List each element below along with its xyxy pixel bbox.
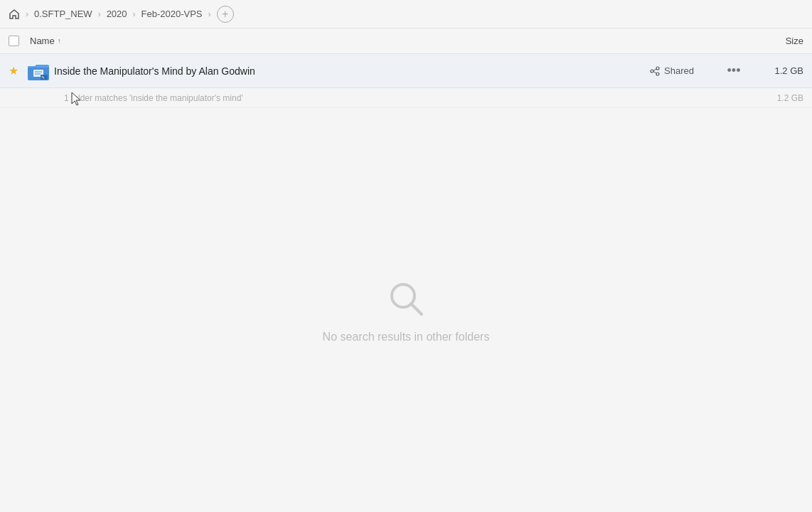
match-size: 1.2 GB [777,93,803,103]
star-icon[interactable]: ★ [9,64,26,78]
separator-4: › [208,9,211,19]
svg-point-8 [656,73,659,75]
share-icon [650,66,660,76]
match-text: 1 folder matches 'inside the manipulator… [64,93,777,103]
sort-arrow: ↑ [58,37,61,45]
svg-line-12 [411,304,422,314]
breadcrumb-bar: › 0.SFTP_NEW › 2020 › Feb-2020-VPS › + [0,0,812,28]
home-button[interactable] [9,9,20,20]
svg-point-7 [651,70,653,73]
size-column-header: Size [747,36,803,46]
breadcrumb-item-feb[interactable]: Feb-2020-VPS [139,7,205,21]
breadcrumb-item-sftp[interactable]: 0.SFTP_NEW [31,7,95,21]
no-results-area: No search results in other folders [0,108,812,512]
add-breadcrumb-button[interactable]: + [217,6,234,23]
name-label: Name [30,36,55,46]
select-all-checkbox[interactable] [9,36,19,46]
svg-line-9 [653,69,656,71]
svg-line-10 [653,71,656,73]
column-headers: Name ↑ Size [0,28,812,54]
more-options-button[interactable]: ••• [721,63,747,78]
folder-icon: ✎ [28,62,49,80]
svg-point-6 [656,67,659,70]
match-row: 1 folder matches 'inside the manipulator… [0,88,812,108]
file-size: 1.2 GB [747,65,803,76]
folder-icon-col: ✎ [26,62,51,80]
separator-3: › [133,9,136,19]
separator-1: › [26,9,28,19]
svg-text:✎: ✎ [41,75,45,80]
file-name: Inside the Manipulator's Mind by Alan Go… [51,65,650,77]
no-results-text: No search results in other folders [323,331,490,343]
separator-2: › [98,9,101,19]
no-results-search-icon [385,277,427,322]
breadcrumb-item-2020[interactable]: 2020 [104,7,130,21]
header-checkbox-col [9,36,30,46]
file-row[interactable]: ★ ✎ Inside the Manipulator's Mind by Ala… [0,54,812,88]
name-column-header[interactable]: Name ↑ [30,36,747,46]
shared-col: Shared [650,65,721,76]
shared-label: Shared [664,65,694,76]
